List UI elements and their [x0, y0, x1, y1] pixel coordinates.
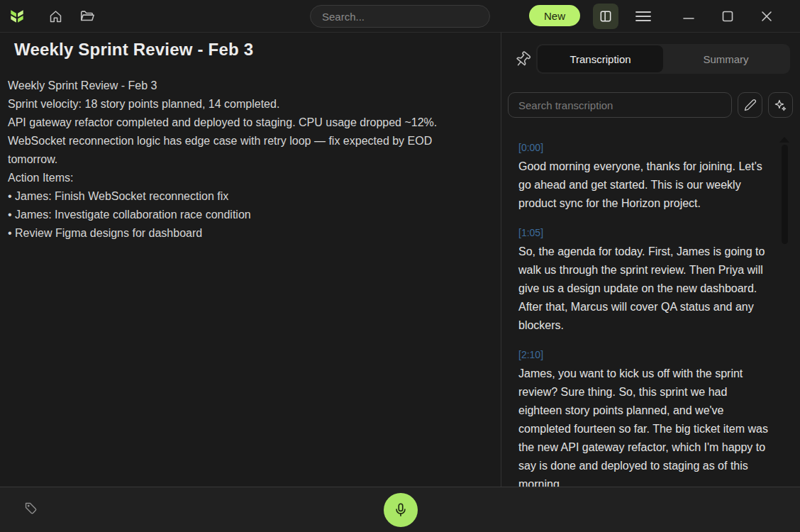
app-logo-icon[interactable] — [7, 6, 27, 26]
pin-panel-button[interactable] — [514, 50, 534, 70]
transcript-list[interactable]: [0:00] Good morning everyone, thanks for… — [501, 128, 785, 487]
timestamp: [1:05] — [518, 227, 774, 238]
note-line: • James: Finish WebSocket reconnection f… — [8, 187, 470, 206]
close-button[interactable] — [757, 6, 777, 26]
transcript-text: So, the agenda for today. First, James i… — [518, 243, 771, 335]
maximize-button[interactable] — [718, 6, 738, 26]
transcript-panel: Transcription Summary [0:00] Good mornin… — [501, 33, 800, 487]
note-title[interactable]: Weekly Sprint Review - Feb 3 — [14, 40, 253, 60]
note-line: • Review Figma designs for dashboard — [8, 224, 470, 243]
minimize-button[interactable] — [679, 6, 699, 26]
pencil-icon — [744, 99, 757, 111]
bottom-bar — [0, 487, 800, 532]
menu-icon — [635, 10, 652, 23]
transcript-entry: [1:05] So, the agenda for today. First, … — [518, 227, 774, 335]
home-icon — [48, 9, 63, 24]
microphone-icon — [393, 502, 409, 518]
folder-open-icon — [79, 9, 95, 24]
note-line: API gateway refactor completed and deplo… — [8, 113, 470, 132]
search-input[interactable] — [310, 5, 490, 28]
edit-transcript-button[interactable] — [738, 92, 762, 118]
transcript-entry: [0:00] Good morning everyone, thanks for… — [518, 142, 774, 213]
sparkles-icon — [774, 99, 787, 112]
tab-summary[interactable]: Summary — [663, 45, 789, 72]
home-button[interactable] — [45, 6, 65, 26]
note-line: Weekly Sprint Review - Feb 3 — [8, 77, 470, 95]
transcript-search-input[interactable] — [508, 92, 732, 118]
pin-icon — [514, 51, 534, 68]
ai-enhance-button[interactable] — [768, 92, 793, 118]
note-line: • James: Investigate collaboration race … — [8, 206, 470, 224]
note-editor-panel: Weekly Sprint Review - Feb 3 Weekly Spri… — [0, 33, 500, 487]
note-line: Sprint velocity: 18 story points planned… — [8, 95, 470, 113]
panel-toggle-icon — [599, 9, 613, 23]
maximize-icon — [721, 10, 734, 23]
note-body[interactable]: Weekly Sprint Review - Feb 3 Sprint velo… — [8, 77, 470, 243]
transcript-text: Good morning everyone, thanks for joinin… — [518, 157, 771, 213]
transcript-text: James, you want to kick us off with the … — [518, 365, 771, 487]
scroll-up-arrow[interactable] — [779, 137, 789, 143]
new-note-button[interactable]: New — [529, 5, 580, 26]
minimize-icon — [682, 10, 695, 23]
close-icon — [760, 10, 773, 23]
timestamp: [2:10] — [518, 349, 774, 360]
tag-button[interactable] — [23, 499, 45, 520]
note-line: Action Items: — [8, 169, 470, 187]
menu-button[interactable] — [633, 6, 654, 26]
tab-transcription[interactable]: Transcription — [538, 45, 663, 72]
title-bar: New — [0, 0, 800, 33]
record-button[interactable] — [384, 493, 418, 527]
panel-toggle-button[interactable] — [593, 4, 618, 29]
scrollbar-thumb[interactable] — [782, 145, 788, 244]
tag-icon — [23, 501, 45, 518]
note-line: WebSocket reconnection logic has edge ca… — [8, 132, 470, 169]
transcript-entry: [2:10] James, you want to kick us off wi… — [518, 349, 774, 487]
timestamp: [0:00] — [518, 142, 774, 153]
panel-tabs: Transcription Summary — [536, 44, 790, 74]
open-notes-button[interactable] — [77, 6, 98, 26]
